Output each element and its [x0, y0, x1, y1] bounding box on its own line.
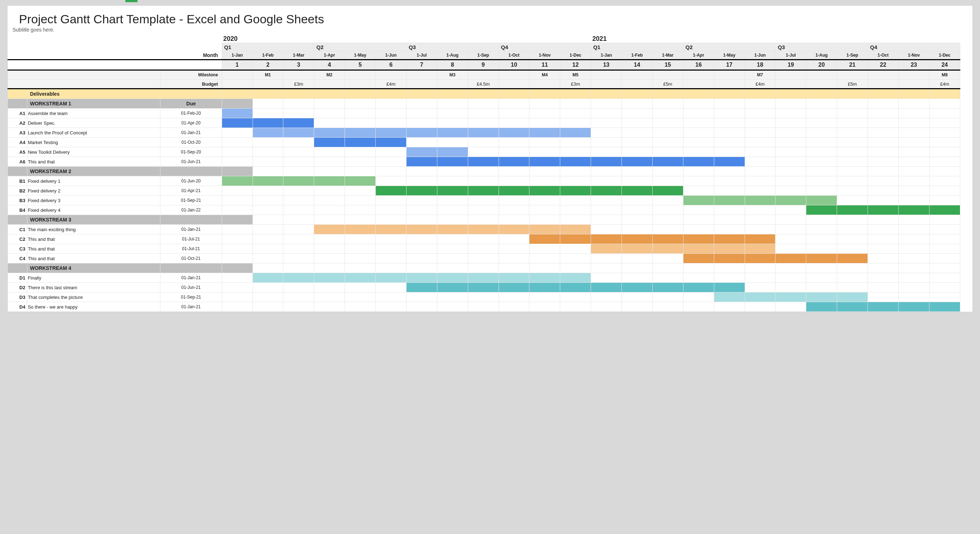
gantt-cell[interactable]: [898, 186, 929, 196]
gantt-cell[interactable]: [222, 196, 253, 206]
gantt-cell[interactable]: [499, 302, 530, 312]
gantt-cell[interactable]: [283, 138, 314, 147]
gantt-bar-segment[interactable]: [714, 244, 745, 254]
gantt-bar-segment[interactable]: [683, 283, 714, 292]
gantt-cell[interactable]: [652, 302, 683, 312]
gantt-bar-segment[interactable]: [468, 273, 499, 283]
gantt-cell[interactable]: [652, 108, 683, 118]
gantt-bar-segment[interactable]: [714, 234, 745, 244]
gantt-bar-segment[interactable]: [283, 128, 314, 138]
gantt-bar-segment[interactable]: [714, 196, 745, 206]
gantt-cell[interactable]: [868, 244, 899, 254]
gantt-cell[interactable]: [530, 302, 560, 312]
gantt-bar-segment[interactable]: [499, 157, 530, 167]
gantt-cell[interactable]: [622, 292, 652, 302]
gantt-bar-segment[interactable]: [652, 283, 683, 292]
gantt-cell[interactable]: [468, 176, 499, 186]
gantt-cell[interactable]: [714, 118, 745, 128]
gantt-cell[interactable]: [806, 108, 837, 118]
gantt-bar-segment[interactable]: [253, 176, 283, 186]
gantt-bar-segment[interactable]: [253, 118, 283, 128]
gantt-bar-segment[interactable]: [745, 244, 775, 254]
gantt-bar-segment[interactable]: [837, 206, 868, 215]
gantt-cell[interactable]: [898, 108, 929, 118]
gantt-cell[interactable]: [253, 108, 283, 118]
gantt-bar-segment[interactable]: [652, 157, 683, 167]
gantt-cell[interactable]: [345, 244, 376, 254]
gantt-cell[interactable]: [837, 108, 868, 118]
gantt-cell[interactable]: [376, 254, 407, 263]
gantt-cell[interactable]: [468, 244, 499, 254]
gantt-cell[interactable]: [837, 244, 868, 254]
gantt-bar-segment[interactable]: [622, 157, 652, 167]
gantt-cell[interactable]: [775, 206, 806, 215]
gantt-cell[interactable]: [652, 118, 683, 128]
gantt-cell[interactable]: [345, 118, 376, 128]
gantt-bar-segment[interactable]: [222, 176, 253, 186]
gantt-cell[interactable]: [775, 138, 806, 147]
gantt-cell[interactable]: [499, 244, 530, 254]
gantt-cell[interactable]: [560, 108, 591, 118]
gantt-cell[interactable]: [560, 196, 591, 206]
gantt-cell[interactable]: [683, 186, 714, 196]
gantt-cell[interactable]: [437, 206, 468, 215]
gantt-cell[interactable]: [868, 273, 899, 283]
gantt-bar-segment[interactable]: [314, 138, 345, 147]
gantt-cell[interactable]: [530, 176, 560, 186]
gantt-cell[interactable]: [376, 176, 407, 186]
gantt-bar-segment[interactable]: [437, 225, 468, 234]
gantt-cell[interactable]: [376, 292, 407, 302]
gantt-bar-segment[interactable]: [591, 157, 622, 167]
gantt-cell[interactable]: [837, 234, 868, 244]
gantt-cell[interactable]: [253, 225, 283, 234]
gantt-bar-segment[interactable]: [898, 302, 929, 312]
gantt-cell[interactable]: [775, 147, 806, 157]
gantt-cell[interactable]: [499, 292, 530, 302]
gantt-cell[interactable]: [437, 302, 468, 312]
gantt-cell[interactable]: [314, 283, 345, 292]
gantt-cell[interactable]: [560, 176, 591, 186]
gantt-cell[interactable]: [929, 273, 960, 283]
gantt-cell[interactable]: [837, 196, 868, 206]
gantt-bar-segment[interactable]: [806, 302, 837, 312]
gantt-bar-segment[interactable]: [683, 234, 714, 244]
gantt-bar-segment[interactable]: [837, 302, 868, 312]
gantt-bar-segment[interactable]: [530, 157, 560, 167]
gantt-bar-segment[interactable]: [775, 254, 806, 263]
gantt-cell[interactable]: [745, 206, 775, 215]
gantt-bar-segment[interactable]: [437, 147, 468, 157]
gantt-cell[interactable]: [745, 118, 775, 128]
gantt-cell[interactable]: [806, 186, 837, 196]
gantt-cell[interactable]: [468, 292, 499, 302]
gantt-cell[interactable]: [560, 206, 591, 215]
gantt-cell[interactable]: [437, 118, 468, 128]
gantt-cell[interactable]: [283, 225, 314, 234]
gantt-cell[interactable]: [253, 138, 283, 147]
gantt-cell[interactable]: [868, 225, 899, 234]
gantt-cell[interactable]: [468, 302, 499, 312]
gantt-cell[interactable]: [868, 254, 899, 263]
gantt-cell[interactable]: [652, 138, 683, 147]
gantt-cell[interactable]: [714, 128, 745, 138]
gantt-cell[interactable]: [652, 176, 683, 186]
gantt-bar-segment[interactable]: [314, 176, 345, 186]
gantt-cell[interactable]: [868, 283, 899, 292]
gantt-cell[interactable]: [253, 292, 283, 302]
gantt-cell[interactable]: [775, 244, 806, 254]
gantt-cell[interactable]: [622, 196, 652, 206]
gantt-cell[interactable]: [560, 147, 591, 157]
gantt-cell[interactable]: [837, 147, 868, 157]
gantt-cell[interactable]: [406, 118, 437, 128]
gantt-cell[interactable]: [745, 128, 775, 138]
gantt-cell[interactable]: [929, 234, 960, 244]
gantt-cell[interactable]: [714, 302, 745, 312]
gantt-cell[interactable]: [622, 302, 652, 312]
gantt-cell[interactable]: [314, 196, 345, 206]
gantt-cell[interactable]: [253, 254, 283, 263]
gantt-cell[interactable]: [652, 147, 683, 157]
gantt-cell[interactable]: [468, 108, 499, 118]
gantt-bar-segment[interactable]: [775, 292, 806, 302]
gantt-cell[interactable]: [652, 206, 683, 215]
gantt-cell[interactable]: [929, 225, 960, 234]
gantt-cell[interactable]: [775, 128, 806, 138]
